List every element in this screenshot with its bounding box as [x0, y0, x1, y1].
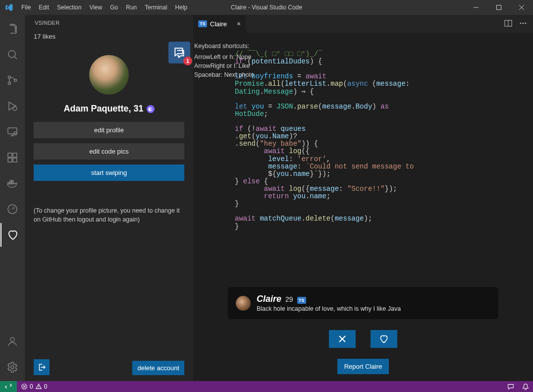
tab-claire[interactable]: TS Claire ×	[193, 15, 246, 33]
like-button[interactable]	[371, 330, 397, 348]
editor-area: TS Claire × // ¯¯\_( □° □□ □°)_/¯ if (po…	[193, 15, 533, 381]
explorer-icon[interactable]	[0, 17, 24, 41]
profile-help-text: (To change your profile picture, you nee…	[34, 207, 184, 224]
svg-point-3	[8, 82, 11, 85]
menu-run[interactable]: Run	[122, 0, 141, 15]
svg-point-18	[10, 337, 14, 341]
svg-point-21	[520, 22, 522, 24]
profile-avatar	[89, 55, 129, 95]
svg-point-23	[525, 22, 527, 24]
typescript-icon: TS	[297, 297, 306, 304]
remote-indicator[interactable]	[0, 381, 17, 392]
vscode-logo-icon	[0, 3, 17, 12]
svg-rect-10	[13, 158, 17, 162]
window-controls	[465, 0, 533, 15]
sidebar-panel: VSINDER 17 likes 1 Keyboard shortcuts: A…	[25, 15, 193, 381]
nope-button[interactable]	[329, 330, 356, 348]
run-debug-icon[interactable]	[0, 94, 24, 118]
svg-point-1	[8, 51, 15, 57]
status-feedback-icon[interactable]	[503, 383, 518, 390]
menu-terminal[interactable]: Terminal	[141, 0, 171, 15]
source-control-icon[interactable]	[0, 68, 24, 92]
extensions-icon[interactable]	[0, 146, 24, 169]
title-bar: File Edit Selection View Go Run Terminal…	[0, 0, 533, 15]
more-actions-icon[interactable]	[519, 19, 527, 29]
svg-point-22	[523, 22, 524, 24]
status-bell-icon[interactable]	[518, 383, 533, 390]
match-name: Claire	[257, 294, 281, 304]
tab-bar: TS Claire ×	[193, 15, 533, 33]
close-button[interactable]	[510, 0, 533, 15]
menu-bar: File Edit Selection View Go Run Terminal…	[17, 0, 191, 15]
svg-point-4	[14, 79, 17, 82]
dashboard-icon[interactable]	[0, 197, 24, 221]
match-bio: Black hole incapable of love, which is w…	[257, 305, 401, 312]
minimize-button[interactable]	[465, 0, 487, 15]
vsinder-icon[interactable]	[0, 223, 24, 247]
code-snippet: // ¯¯\_( □° □□ □°)_/¯ if (potentialDudes…	[228, 42, 498, 285]
menu-edit[interactable]: Edit	[35, 0, 53, 15]
profile-badge-icon: ◐	[147, 105, 155, 113]
likes-count: 17 likes	[34, 33, 184, 40]
svg-rect-16	[12, 180, 13, 182]
tab-label: Claire	[210, 20, 227, 28]
svg-rect-0	[497, 5, 501, 10]
svg-rect-15	[10, 180, 11, 182]
menu-view[interactable]: View	[85, 0, 106, 15]
menu-help[interactable]: Help	[171, 0, 192, 15]
svg-rect-9	[8, 158, 12, 162]
tab-close-icon[interactable]: ×	[237, 20, 241, 28]
edit-code-pics-button[interactable]: edit code pics	[34, 143, 184, 160]
code-comment: // ¯¯\_( □° □□ □°)_/¯	[235, 50, 322, 58]
svg-point-5	[13, 107, 17, 111]
edit-profile-button[interactable]: edit profile	[34, 122, 184, 138]
remote-explorer-icon[interactable]	[0, 120, 24, 144]
match-age: 29	[285, 295, 293, 303]
delete-account-button[interactable]: delete account	[132, 361, 184, 375]
profile-name: Adam Paquette, 31 ◐	[63, 104, 154, 114]
menu-selection[interactable]: Selection	[53, 0, 85, 15]
split-editor-icon[interactable]	[504, 19, 512, 29]
svg-rect-6	[8, 128, 17, 134]
notification-badge: 1	[183, 56, 192, 65]
start-swiping-button[interactable]: start swiping	[34, 165, 184, 181]
svg-point-2	[8, 76, 11, 79]
match-avatar	[236, 296, 251, 311]
typescript-icon: TS	[198, 20, 207, 27]
report-button[interactable]: Report Claire	[337, 359, 389, 374]
svg-rect-8	[8, 153, 12, 157]
docker-icon[interactable]	[0, 171, 24, 195]
maximize-button[interactable]	[487, 0, 510, 15]
status-warnings-count: 0	[44, 383, 48, 390]
svg-rect-11	[13, 153, 17, 157]
svg-point-7	[14, 132, 17, 135]
match-card: Claire 29 TS Black hole incapable of lov…	[228, 287, 498, 319]
menu-go[interactable]: Go	[106, 0, 122, 15]
status-bar: 0 0	[0, 381, 533, 392]
settings-gear-icon[interactable]	[0, 355, 24, 379]
activity-bar	[0, 15, 25, 381]
menu-file[interactable]: File	[17, 0, 35, 15]
status-errors-count: 0	[30, 383, 33, 390]
sidebar-title: VSINDER	[25, 18, 193, 28]
status-problems[interactable]: 0 0	[17, 383, 51, 390]
search-icon[interactable]	[0, 43, 24, 66]
accounts-icon[interactable]	[0, 330, 24, 353]
profile-name-text: Adam Paquette, 31	[63, 104, 143, 114]
logout-button[interactable]	[34, 359, 50, 375]
svg-point-19	[11, 366, 14, 369]
